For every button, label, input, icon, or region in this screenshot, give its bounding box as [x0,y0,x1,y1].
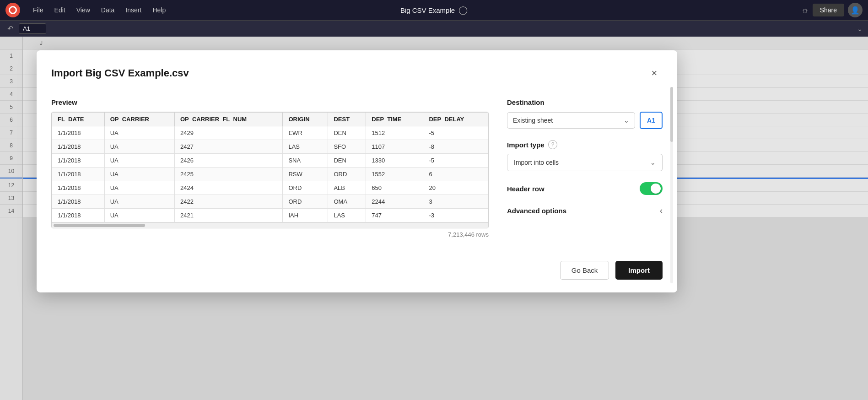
table-cell: 1/1/2018 [52,154,105,168]
modal-header: Import Big CSV Example.csv × [51,65,663,89]
advanced-options[interactable]: Advanced options ‹ [507,206,663,216]
table-cell: RSW [283,168,328,181]
table-cell: 2244 [366,195,423,209]
preview-table-wrapper: FL_DATE OP_CARRIER OP_CARRIER_FL_NUM ORI… [51,112,489,228]
table-row: 1/1/2018UA2425RSWORD15526 [52,168,488,181]
import-type-value: Import into cells [514,159,559,166]
col-dep-time: DEP_TIME [366,113,423,126]
preview-table: FL_DATE OP_CARRIER OP_CARRIER_FL_NUM ORI… [52,112,488,222]
cell-reference-box[interactable]: A1 [640,112,663,129]
table-cell: 2426 [174,154,283,168]
table-cell: OMA [328,195,366,209]
chevron-down-icon: ⌄ [650,159,656,166]
table-cell: 1552 [366,168,423,181]
menu-view[interactable]: View [71,4,96,16]
scrollbar-thumb [670,87,673,142]
document-title: Big CSV Example ◯ [400,5,468,15]
modal-footer: Go Back Import [51,252,663,280]
header-row-label: Header row [507,185,545,193]
table-cell: 650 [366,181,423,195]
table-cell: IAH [283,209,328,222]
app-logo[interactable] [5,3,20,17]
destination-section: Destination Existing sheet ⌄ A1 Import t… [507,98,663,238]
modal-scrollbar[interactable] [670,87,674,283]
table-header-row: FL_DATE OP_CARRIER OP_CARRIER_FL_NUM ORI… [52,113,488,126]
table-cell: 1330 [366,154,423,168]
share-button[interactable]: Share [813,4,844,16]
sheet-dropdown-value: Existing sheet [513,117,553,124]
menu-insert[interactable]: Insert [120,4,147,16]
destination-row: Existing sheet ⌄ A1 [507,112,663,129]
preview-section: Preview FL_DATE OP_CARRIER OP_CARRIER_FL… [51,98,489,238]
cell-reference[interactable]: A1 [19,23,46,34]
sheet-dropdown[interactable]: Existing sheet ⌄ [507,112,635,129]
import-type-dropdown[interactable]: Import into cells ⌄ [507,154,663,171]
scrollbar-thumb[interactable] [54,224,145,227]
table-cell: 1/1/2018 [52,209,105,222]
menu-bar: File Edit View Data Insert Help Big CSV … [0,0,868,20]
table-cell: LAS [283,140,328,154]
import-button[interactable]: Import [615,261,663,280]
table-cell: UA [104,195,174,209]
header-row-section: Header row [507,182,663,195]
formula-input[interactable] [50,25,853,32]
table-cell: -3 [423,209,488,222]
col-op-carrier: OP_CARRIER [104,113,174,126]
destination-label: Destination [507,98,663,106]
preview-label: Preview [51,98,489,106]
table-cell: 2421 [174,209,283,222]
table-cell: 1512 [366,126,423,140]
formula-bar: ↶ A1 ⌄ [0,20,868,37]
import-modal: Import Big CSV Example.csv × Preview FL_… [37,50,677,292]
menu-edit[interactable]: Edit [49,4,71,16]
modal-title: Import Big CSV Example.csv [51,67,189,79]
user-avatar[interactable]: 👤 [848,3,863,17]
go-back-button[interactable]: Go Back [560,261,609,280]
horizontal-scrollbar[interactable] [52,222,488,228]
table-cell: ORD [328,168,366,181]
table-cell: UA [104,209,174,222]
header-row-toggle[interactable] [640,182,663,195]
brightness-icon[interactable]: ☼ [801,5,809,15]
table-cell: 1/1/2018 [52,181,105,195]
table-cell: 2422 [174,195,283,209]
menu-right: ☼ Share 👤 [801,3,863,17]
table-cell: 2429 [174,126,283,140]
table-cell: ORD [283,181,328,195]
table-cell: -8 [423,140,488,154]
table-cell: -5 [423,126,488,140]
table-cell: 1107 [366,140,423,154]
table-row: 1/1/2018UA2429EWRDEN1512-5 [52,126,488,140]
table-cell: UA [104,168,174,181]
table-cell: 2424 [174,181,283,195]
scrollbar-track [670,87,673,283]
undo-button[interactable]: ↶ [5,22,15,35]
table-row: 1/1/2018UA2426SNADEN1330-5 [52,154,488,168]
menu-help[interactable]: Help [147,4,171,16]
menu-file[interactable]: File [27,4,49,16]
table-cell: 1/1/2018 [52,126,105,140]
table-cell: ALB [328,181,366,195]
chevron-left-icon: ‹ [660,206,663,216]
table-cell: UA [104,140,174,154]
table-cell: DEN [328,126,366,140]
col-fl-date: FL_DATE [52,113,105,126]
close-button[interactable]: × [646,65,663,81]
table-cell: 1/1/2018 [52,168,105,181]
table-cell: 1/1/2018 [52,140,105,154]
table-row: 1/1/2018UA2421IAHLAS747-3 [52,209,488,222]
col-dep-delay: DEP_DELAY [423,113,488,126]
table-row: 1/1/2018UA2422ORDOMA22443 [52,195,488,209]
menu-data[interactable]: Data [96,4,120,16]
table-cell: SNA [283,154,328,168]
table-cell: 2425 [174,168,283,181]
row-count: 7,213,446 rows [51,231,489,238]
toggle-thumb [651,184,661,194]
table-cell: EWR [283,126,328,140]
import-type-label: Import type ? [507,140,663,149]
help-icon[interactable]: ? [548,140,557,149]
table-cell: DEN [328,154,366,168]
formula-expand-icon[interactable]: ⌄ [857,25,863,32]
table-cell: UA [104,154,174,168]
table-cell: LAS [328,209,366,222]
